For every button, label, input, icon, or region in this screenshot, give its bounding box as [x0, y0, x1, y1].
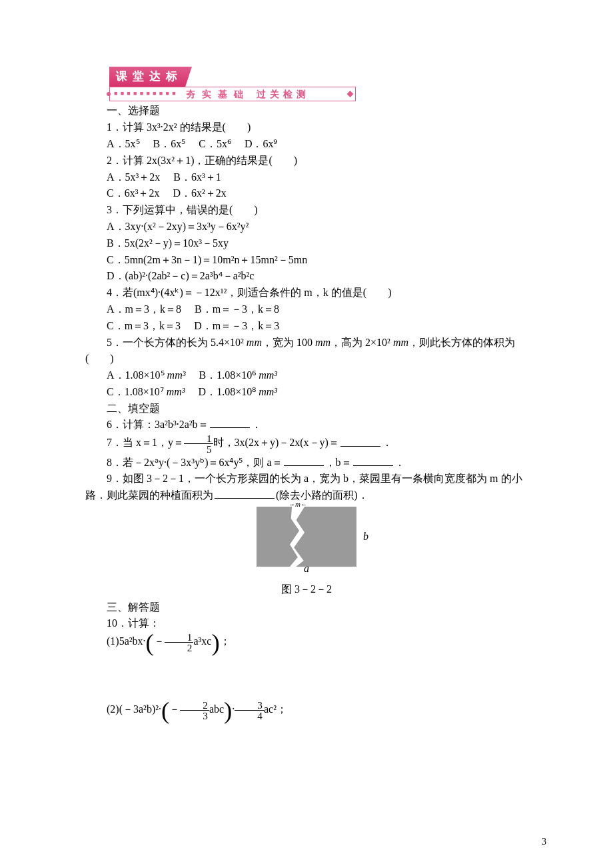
- q5-stem: 5．一个长方体的长为 5.4×10² mm，宽为 100 mm，高为 2×10²…: [85, 335, 528, 351]
- q5-tail: ( ): [85, 351, 528, 367]
- q3-stem: 3．下列运算中，错误的是( ): [85, 202, 528, 219]
- arrow-left-icon: ←: [301, 499, 307, 510]
- q2-ab: A．5x³＋2x B．6x³＋1: [85, 169, 528, 186]
- fraction-icon: 15: [184, 433, 213, 454]
- q1-stem: 1．计算 3x³·2x² 的结果是( ): [85, 119, 528, 136]
- q8-tail: ．: [394, 457, 405, 468]
- q5-cd: C．1.08×10⁷ mm³ D．1.08×10⁸ mm³: [85, 384, 528, 401]
- q4-stem: 4．若(mx⁴)·(4xᵏ)＝－12x¹²，则适合条件的 m，k 的值是( ): [85, 285, 528, 301]
- figure-3-2-2: → m ← b a: [257, 507, 356, 567]
- q5-d: D．1.08×10⁸: [199, 386, 259, 397]
- q4-b: B．m＝－3，k＝8: [195, 303, 279, 315]
- q3-d: D．(ab)²·(2ab²－c)＝2a³b⁴－a²b²c: [85, 268, 528, 285]
- q4-d: D．m＝－3，k＝3: [194, 320, 279, 331]
- q2-a: A．5x³＋2x: [107, 171, 160, 183]
- frac-den: 3: [180, 710, 209, 721]
- q3-c: C．5mn(2m＋3n－1)＝10m²n＋15mn²－5mn: [85, 252, 528, 269]
- q5-ab: A．1.08×10⁵ mm³ B．1.08×10⁶ mm³: [85, 367, 528, 384]
- fraction-icon: 12: [165, 632, 194, 653]
- q5-pre: 5．一个长方体的长为 5.4×10²: [107, 337, 247, 348]
- fraction-icon: 34: [235, 700, 264, 721]
- diamond-icon: [347, 91, 354, 97]
- q5-unit3a: mm: [393, 337, 408, 348]
- frac-num: 1: [165, 632, 194, 642]
- frac-num: 3: [235, 700, 264, 710]
- q2-b: B．6x³＋1: [173, 171, 221, 183]
- q5-c-unit: mm³: [167, 386, 185, 397]
- q6-pre: 6．计算：3a²b³·2a²b＝: [107, 419, 209, 430]
- q10-1-pre: (1)5a²bx·: [107, 636, 146, 647]
- fraction-icon: 23: [180, 700, 209, 721]
- q2-cd: C．6x³＋2x D．6x²＋2x: [85, 185, 528, 202]
- q1-b: B．6x⁵: [153, 138, 186, 149]
- q10-1: (1)5a²bx·(－12a³xc)；: [85, 632, 528, 653]
- fill-blank: [215, 488, 275, 499]
- left-paren-icon: (: [146, 629, 154, 656]
- q5-post: ，则此长方体的体积为: [408, 337, 515, 348]
- q7: 7．当 x＝1，y＝15时，3x(2x＋y)－2x(x－y)＝．: [85, 433, 528, 454]
- q1-c: C．5x⁶: [199, 138, 231, 149]
- q10-2-tail: ；: [277, 703, 287, 715]
- q4-a: A．m＝3，k＝8: [107, 303, 181, 315]
- fill-blank: [284, 455, 324, 466]
- left-paren-icon: (: [161, 696, 169, 723]
- fill-blank: [353, 455, 393, 466]
- q9-l2-pre: 路．则此菜园的种植面积为: [85, 489, 213, 501]
- q5-d-unit: mm³: [259, 386, 277, 397]
- q10-2-pre: (2)(－3a²b)²·: [107, 703, 161, 715]
- figure-label-a: a: [304, 561, 309, 577]
- figure-caption: 图 3－2－2: [85, 581, 528, 598]
- section-1-title: 一、选择题: [85, 103, 528, 119]
- q10-2: (2)(－3a²b)²·(－23abc)·34ac²；: [85, 700, 528, 721]
- q7-mid: 时，3x(2x＋y)－2x(x－y)＝: [213, 437, 339, 449]
- dot-icon: [107, 92, 111, 96]
- spacer: [85, 653, 528, 700]
- frac-den: 2: [165, 642, 194, 653]
- q10-2a-mid: abc: [209, 703, 224, 715]
- q7-tail: ．: [382, 437, 392, 449]
- fill-blank: [210, 417, 250, 428]
- q5-a-unit: mm³: [167, 369, 186, 381]
- q5-unit1: mm: [247, 337, 262, 348]
- q5-unit2: mm: [315, 337, 330, 348]
- q9-line1: 9．如图 3－2－1，一个长方形菜园的长为 a，宽为 b，菜园里有一条横向宽度都…: [85, 471, 528, 487]
- q5-mid1: ，宽为 100: [262, 337, 315, 348]
- q5-b: B．1.08×10⁶: [199, 369, 259, 381]
- arrow-right-icon: →: [289, 499, 295, 510]
- q10-2b-mid: ac²: [264, 703, 277, 715]
- q5-c: C．1.08×10⁷: [107, 386, 167, 397]
- q10-1-tail: ；: [220, 636, 231, 647]
- q8-pre: 8．若－2xᵃy·(－3x³yᵇ)＝6x⁴y⁵，则 a＝: [107, 457, 283, 468]
- frac-num: 1: [184, 433, 213, 443]
- path-shape-icon: [290, 507, 305, 567]
- q4-ab: A．m＝3，k＝8 B．m＝－3，k＝8: [85, 301, 528, 318]
- figure-wrap: → m ← b a 图 3－2－2: [85, 507, 528, 598]
- q1-a: A．5x⁵: [107, 138, 140, 149]
- q7-pre: 7．当 x＝1，y＝: [107, 437, 184, 449]
- label-m: m: [295, 499, 301, 510]
- right-paren-icon: ): [211, 629, 219, 656]
- frac-den: 5: [184, 443, 213, 454]
- q3-a: A．3xy·(x²－2xy)＝3x³y－6x²y²: [85, 219, 528, 235]
- q4-cd: C．m＝3，k＝3 D．m＝－3，k＝3: [85, 318, 528, 335]
- section-2-title: 二、填空题: [85, 401, 528, 417]
- right-paren-icon: ): [224, 696, 232, 723]
- banner-sub1: 夯实基础: [186, 87, 250, 102]
- q2-stem: 2．计算 2x(3x²＋1)，正确的结果是( ): [85, 153, 528, 169]
- q8: 8．若－2xᵃy·(－3x³yᵇ)＝6x⁴y⁵，则 a＝，b＝．: [85, 455, 528, 471]
- q6-tail: ．: [251, 419, 262, 430]
- q2-d: D．6x²＋2x: [173, 187, 226, 199]
- q6: 6．计算：3a²b³·2a²b＝．: [85, 417, 528, 433]
- q1-options: A．5x⁵ B．6x⁵ C．5x⁶ D．6x⁹: [85, 136, 528, 153]
- fill-blank: [340, 436, 380, 447]
- frac-den: 4: [235, 710, 264, 721]
- section-3-title: 三、解答题: [85, 599, 528, 616]
- banner-subtitle: ■ ■ ■ ■ ■ ■ ■ ■ ■ ■ 夯实基础 过关检测: [109, 87, 356, 101]
- q8-mid: ，b＝: [325, 457, 352, 468]
- page-number: 3: [542, 835, 546, 849]
- q5-b-unit: mm³: [259, 369, 277, 381]
- q3-b: B．5x(2x²－y)＝10x³－5xy: [85, 235, 528, 252]
- q1-d: D．6x⁹: [245, 138, 278, 149]
- q5-mid2: ，高为 2×10²: [330, 337, 393, 348]
- q2-c: C．6x³＋2x: [107, 187, 159, 199]
